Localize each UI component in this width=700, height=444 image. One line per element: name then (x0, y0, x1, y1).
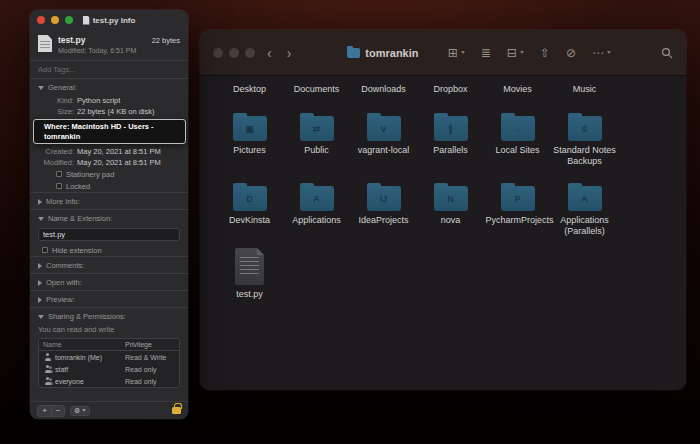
chevron-down-icon (520, 51, 524, 54)
chevron-down-icon (82, 409, 86, 412)
more-info-section-header[interactable]: More Info: (30, 193, 188, 209)
action-menu-button[interactable]: ⚙ (70, 406, 90, 416)
close-button[interactable] (213, 48, 223, 58)
more-actions-button[interactable]: ⋯ (592, 46, 611, 60)
finder-toolbar: ‹ › tomrankin ⊞ ≣ ⊟ ⇧ ⊘ (200, 30, 686, 76)
privilege-popup[interactable]: Read & Write (125, 354, 175, 361)
privilege-popup[interactable]: Read only (125, 366, 175, 373)
modified-row: Modified: May 20, 2021 at 8:51 PM (30, 157, 188, 168)
name-extension-label: Name & Extension: (48, 214, 112, 223)
search-button[interactable] (661, 47, 673, 59)
finder-item-applications-parallels[interactable]: A Applications (Parallels) (551, 186, 618, 236)
document-icon (83, 16, 90, 25)
add-user-button[interactable]: + (38, 406, 51, 416)
open-with-label: Open with: (46, 278, 82, 287)
hide-extension-checkbox[interactable] (42, 247, 48, 253)
folder-icon: N (434, 186, 468, 211)
finder-item-devkinsta[interactable]: D DevKinsta (216, 186, 283, 236)
open-with-section-header[interactable]: Open with: (30, 274, 188, 290)
minimize-button[interactable] (229, 48, 239, 58)
finder-item-pycharmprojects[interactable]: P PycharmProjects (484, 186, 551, 236)
modified-label: Modified: (42, 158, 74, 167)
finder-content: Desktop Documents Downloads Dropbox Movi… (216, 76, 618, 390)
finder-item-local-sites[interactable]: ⌂ Local Sites (484, 116, 551, 166)
group-by-icon: ⊟ (507, 46, 517, 60)
stationery-pad-row[interactable]: Stationery pad (30, 168, 188, 180)
folder-glyph: A (581, 194, 588, 204)
finder-item-public[interactable]: ⇄ Public (283, 116, 350, 166)
name-extension-section-header[interactable]: Name & Extension: (30, 210, 188, 226)
created-value: May 20, 2021 at 8:51 PM (77, 147, 182, 156)
finder-item-vagrant-local[interactable]: V vagrant-local (350, 116, 417, 166)
locked-row[interactable]: Locked (30, 180, 188, 192)
back-button[interactable]: ‹ (267, 46, 272, 60)
remove-user-button[interactable]: − (51, 406, 64, 416)
locked-checkbox[interactable] (56, 183, 62, 189)
finder-item-desktop[interactable]: Desktop (216, 84, 283, 95)
stationery-checkbox[interactable] (56, 171, 62, 177)
folder-glyph: ▣ (245, 124, 254, 134)
lock-icon[interactable] (172, 407, 181, 414)
permission-row[interactable]: tomrankin (Me) Read & Write (39, 351, 179, 363)
finder-item-applications[interactable]: A Applications (283, 186, 350, 236)
permission-user: tomrankin (Me) (55, 354, 102, 361)
traffic-lights (213, 48, 255, 58)
icon-view-button[interactable]: ⊞ (448, 46, 465, 60)
finder-item-downloads[interactable]: Downloads (350, 84, 417, 95)
name-column-header: Name (43, 341, 125, 348)
finder-item-music[interactable]: Music (551, 84, 618, 95)
tags-button[interactable]: ⊘ (566, 46, 576, 60)
finder-item-pictures[interactable]: ▣ Pictures (216, 116, 283, 166)
permission-row[interactable]: staff Read only (39, 363, 179, 375)
preview-label: Preview: (46, 295, 75, 304)
share-button[interactable]: ⇧ (540, 46, 550, 60)
python-file-icon (235, 248, 264, 285)
desktop: { "info_window": { "title": "test.py Inf… (0, 0, 700, 444)
finder-item-dropbox[interactable]: Dropbox (417, 84, 484, 95)
general-label: General: (48, 83, 77, 92)
finder-item-nova[interactable]: N nova (417, 186, 484, 236)
stationery-label: Stationery pad (66, 170, 114, 179)
hide-extension-label: Hide extension (52, 246, 102, 255)
toolbar-icons: ⊞ ≣ ⊟ ⇧ ⊘ ⋯ (448, 46, 611, 60)
disclosure-down-icon (38, 86, 44, 90)
finder-item-movies[interactable]: Movies (484, 84, 551, 95)
general-section-header[interactable]: General: (30, 79, 188, 95)
finder-item-ideaprojects[interactable]: IJ IdeaProjects (350, 186, 417, 236)
group-by-button[interactable]: ⊟ (507, 46, 524, 60)
zoom-button[interactable] (65, 16, 73, 24)
minimize-button[interactable] (51, 16, 59, 24)
search-icon (661, 47, 673, 59)
ellipsis-icon: ⋯ (592, 46, 604, 60)
comments-section-header[interactable]: Comments: (30, 257, 188, 273)
close-button[interactable] (37, 16, 45, 24)
info-titlebar: test.py Info (30, 10, 188, 30)
window-title-wrap: tomrankin (347, 47, 418, 59)
icon-grid-row: ▣ Pictures ⇄ Public V vagrant-local ∥ Pa… (216, 116, 618, 166)
chevron-down-icon (607, 51, 611, 54)
size-value: 22 bytes (4 KB on disk) (77, 107, 182, 116)
zoom-button[interactable] (245, 48, 255, 58)
privilege-popup[interactable]: Read only (125, 378, 175, 385)
permission-row[interactable]: everyone Read only (39, 375, 179, 387)
folder-icon: ∥ (434, 116, 468, 141)
finder-item-parallels[interactable]: ∥ Parallels (417, 116, 484, 166)
add-tags-field[interactable]: Add Tags... (30, 61, 188, 78)
preview-section-header[interactable]: Preview: (30, 291, 188, 307)
icon-grid-row: D DevKinsta A Applications IJ IdeaProjec… (216, 186, 618, 236)
finder-window: ‹ › tomrankin ⊞ ≣ ⊟ ⇧ ⊘ (200, 30, 686, 390)
hide-extension-row[interactable]: Hide extension (30, 244, 188, 256)
icon-grid-row: test.py (216, 248, 618, 300)
filename-input[interactable]: test.py (38, 228, 180, 241)
folder-glyph: ⇄ (313, 124, 321, 134)
finder-item-documents[interactable]: Documents (283, 84, 350, 95)
list-view-button[interactable]: ≣ (481, 46, 491, 60)
folder-icon: A (568, 186, 602, 211)
forward-button[interactable]: › (287, 46, 292, 60)
size-row: Size: 22 bytes (4 KB on disk) (30, 106, 188, 117)
sharing-section-header[interactable]: Sharing & Permissions: (30, 308, 188, 324)
disclosure-down-icon (38, 217, 44, 221)
finder-item-testpy[interactable]: test.py (216, 248, 283, 300)
folder-glyph: P (514, 194, 520, 204)
finder-item-standard-notes-backups[interactable]: S Standard Notes Backups (551, 116, 618, 166)
